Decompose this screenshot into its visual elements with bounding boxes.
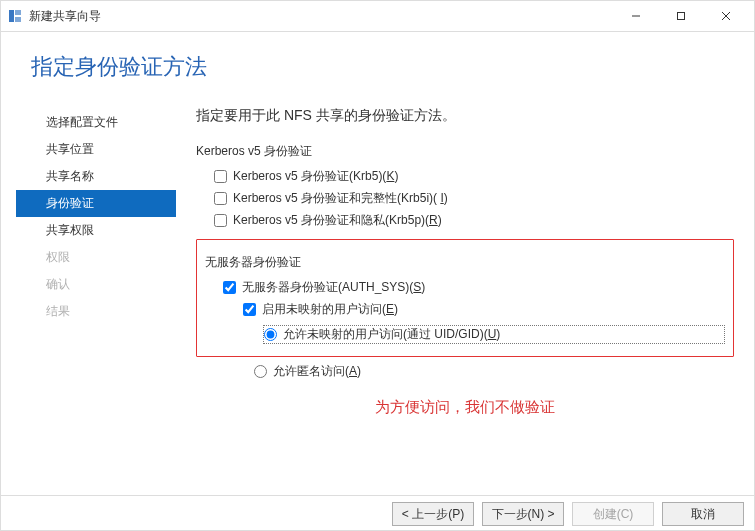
window-title: 新建共享向导: [29, 8, 101, 25]
cancel-button[interactable]: 取消: [662, 502, 744, 526]
svg-rect-1: [15, 10, 21, 15]
checkbox-krb5-label: Kerberos v5 身份验证(Krb5)(K): [233, 168, 398, 185]
radio-uidgid-label: 允许未映射的用户访问(通过 UID/GID)(U): [283, 326, 500, 343]
checkbox-authsys[interactable]: 无服务器身份验证(AUTH_SYS)(S): [205, 279, 725, 296]
checkbox-krb5p-label: Kerberos v5 身份验证和隐私(Krb5p)(R): [233, 212, 442, 229]
radio-anon-input[interactable]: [254, 365, 267, 378]
noauth-group-label: 无服务器身份验证: [205, 254, 725, 271]
sidebar: 选择配置文件 共享位置 共享名称 身份验证 共享权限 权限 确认 结果: [16, 107, 176, 417]
next-button[interactable]: 下一步(N) >: [482, 502, 564, 526]
create-button: 创建(C): [572, 502, 654, 526]
annotation-text: 为方便访问，我们不做验证: [196, 398, 734, 417]
window-controls: [613, 2, 748, 30]
sidebar-item-shareperm[interactable]: 共享权限: [16, 217, 176, 244]
app-icon: [7, 8, 23, 24]
kerberos-group-label: Kerberos v5 身份验证: [196, 143, 734, 160]
radio-uidgid[interactable]: 允许未映射的用户访问(通过 UID/GID)(U): [263, 325, 725, 344]
checkbox-krb5p[interactable]: Kerberos v5 身份验证和隐私(Krb5p)(R): [196, 212, 734, 229]
maximize-button[interactable]: [658, 2, 703, 30]
checkbox-krb5[interactable]: Kerberos v5 身份验证(Krb5)(K): [196, 168, 734, 185]
sidebar-item-perm: 权限: [16, 244, 176, 271]
svg-rect-2: [15, 17, 21, 22]
radio-uidgid-input[interactable]: [264, 328, 277, 341]
radio-anon-label: 允许匿名访问(A): [273, 363, 361, 380]
sidebar-item-sharename[interactable]: 共享名称: [16, 163, 176, 190]
sidebar-item-auth[interactable]: 身份验证: [16, 190, 176, 217]
checkbox-krb5-input[interactable]: [214, 170, 227, 183]
sidebar-item-confirm: 确认: [16, 271, 176, 298]
highlight-box: 无服务器身份验证 无服务器身份验证(AUTH_SYS)(S) 启用未映射的用户访…: [196, 239, 734, 357]
titlebar: 新建共享向导: [1, 1, 754, 31]
footer: < 上一步(P) 下一步(N) > 创建(C) 取消: [392, 496, 754, 530]
page-title: 指定身份验证方法: [31, 52, 724, 82]
checkbox-authsys-label: 无服务器身份验证(AUTH_SYS)(S): [242, 279, 425, 296]
sidebar-item-profile[interactable]: 选择配置文件: [16, 109, 176, 136]
checkbox-unmapped-label: 启用未映射的用户访问(E): [262, 301, 398, 318]
checkbox-authsys-input[interactable]: [223, 281, 236, 294]
checkbox-krb5i[interactable]: Kerberos v5 身份验证和完整性(Krb5i)( I): [196, 190, 734, 207]
checkbox-krb5i-label: Kerberos v5 身份验证和完整性(Krb5i)( I): [233, 190, 448, 207]
main-panel: 指定要用于此 NFS 共享的身份验证方法。 Kerberos v5 身份验证 K…: [176, 107, 744, 417]
svg-rect-0: [9, 10, 14, 22]
checkbox-unmapped-input[interactable]: [243, 303, 256, 316]
minimize-button[interactable]: [613, 2, 658, 30]
body: 选择配置文件 共享位置 共享名称 身份验证 共享权限 权限 确认 结果 指定要用…: [1, 92, 754, 417]
sidebar-item-location[interactable]: 共享位置: [16, 136, 176, 163]
checkbox-unmapped[interactable]: 启用未映射的用户访问(E): [205, 301, 725, 318]
close-button[interactable]: [703, 2, 748, 30]
instruction-text: 指定要用于此 NFS 共享的身份验证方法。: [196, 107, 734, 125]
header: 指定身份验证方法: [1, 32, 754, 92]
checkbox-krb5i-input[interactable]: [214, 192, 227, 205]
wizard-window: 新建共享向导 指定身份验证方法 选择配置文件 共享位置 共享名称 身份验证 共享…: [0, 0, 755, 531]
radio-anon[interactable]: 允许匿名访问(A): [196, 363, 734, 380]
sidebar-item-result: 结果: [16, 298, 176, 325]
checkbox-krb5p-input[interactable]: [214, 214, 227, 227]
prev-button[interactable]: < 上一步(P): [392, 502, 474, 526]
svg-rect-4: [677, 13, 684, 20]
